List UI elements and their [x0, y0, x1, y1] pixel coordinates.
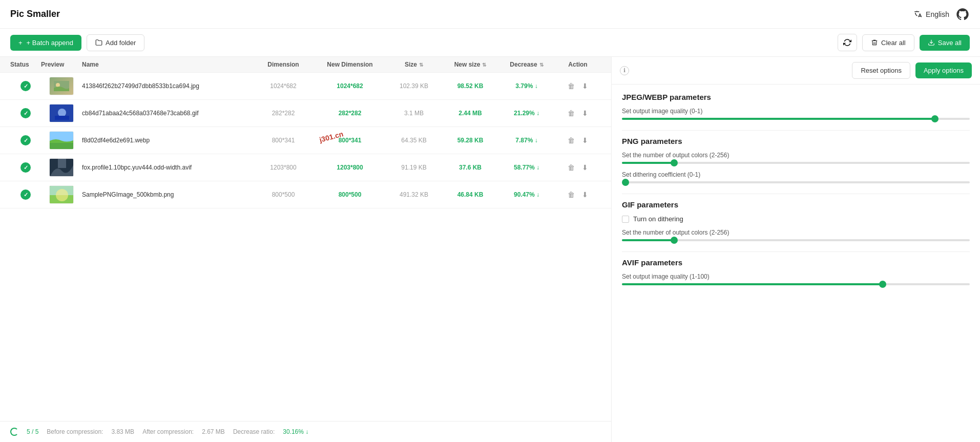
row-new-size: 46.84 KB	[442, 191, 498, 198]
row-new-size: 59.28 KB	[442, 137, 498, 144]
row-dimension: 1024*682	[253, 82, 314, 90]
png-colors-thumb[interactable]	[671, 159, 678, 166]
row-name: 413846f262b27499d7dbb8533b1ca694.jpg	[82, 82, 253, 90]
col-header-decrease[interactable]: Decrease ⇅	[498, 61, 555, 68]
row-size: 491.32 KB	[386, 191, 442, 198]
row-decrease: 90.47% ↓	[498, 191, 555, 198]
apply-options-button[interactable]: Apply options	[915, 62, 972, 78]
row-dimension: 800*341	[253, 137, 314, 144]
reset-options-button[interactable]: Reset options	[852, 62, 910, 79]
watermark-text: j301.cn	[319, 130, 344, 144]
col-header-new-dimension: New Dimension	[314, 61, 386, 68]
row-action: 🗑 ⬇	[555, 108, 601, 118]
row-name: SamplePNGImage_500kbmb.png	[82, 191, 253, 198]
row-size: 102.39 KB	[386, 82, 442, 90]
png-dither-thumb[interactable]	[622, 179, 629, 186]
delete-button[interactable]: 🗑	[567, 81, 576, 91]
row-status	[10, 81, 41, 91]
row-decrease: 58.77% ↓	[498, 164, 555, 171]
table-row: 413846f262b27499d7dbb8533b1ca694.jpg 102…	[0, 73, 611, 100]
download-icon	[928, 39, 935, 46]
header: Pic Smaller English	[0, 0, 980, 29]
gif-colors-thumb[interactable]	[671, 237, 678, 244]
row-new-dimension: 1203*800	[314, 164, 386, 171]
table-header: Status Preview Name Dimension New Dimens…	[0, 57, 611, 73]
info-icon[interactable]: ℹ	[620, 66, 629, 75]
refresh-button[interactable]	[838, 34, 857, 51]
batch-append-button[interactable]: + + Batch append	[10, 35, 81, 51]
col-header-preview: Preview	[41, 61, 82, 68]
avif-title: AVIF parameters	[622, 258, 970, 267]
divider-3	[622, 251, 970, 252]
avif-quality-slider[interactable]	[622, 283, 970, 285]
row-size: 64.35 KB	[386, 137, 442, 144]
app-title: Pic Smaller	[10, 9, 60, 19]
row-action: 🗑 ⬇	[555, 135, 601, 145]
download-button[interactable]: ⬇	[581, 190, 589, 200]
jpeg-quality-slider[interactable]	[622, 118, 970, 120]
row-status	[10, 162, 41, 173]
delete-button[interactable]: 🗑	[567, 190, 576, 200]
gif-colors-row: Set the number of output colors (2-256)	[622, 229, 970, 241]
row-name: fox.profile1.10bpc.yuv444.odd-width.avif	[82, 164, 253, 171]
avif-section: AVIF parameters Set output image quality…	[622, 258, 970, 285]
gif-colors-label: Set the number of output colors (2-256)	[622, 229, 970, 236]
png-colors-row: Set the number of output colors (2-256)	[622, 152, 970, 164]
row-new-size: 2.44 MB	[442, 110, 498, 117]
language-label: English	[926, 10, 949, 18]
jpeg-quality-thumb[interactable]	[931, 115, 939, 122]
download-button[interactable]: ⬇	[581, 162, 589, 173]
row-dimension: 800*500	[253, 191, 314, 198]
folder-icon	[95, 39, 102, 46]
new-size-sort-icon: ⇅	[482, 62, 486, 68]
panel-content: JPEG/WEBP parameters Set output image qu…	[612, 85, 980, 442]
gif-dither-checkbox[interactable]	[622, 216, 629, 223]
github-icon[interactable]	[955, 7, 970, 22]
download-button[interactable]: ⬇	[581, 108, 589, 118]
language-button[interactable]: English	[913, 10, 949, 19]
png-colors-slider[interactable]	[622, 162, 970, 164]
col-header-new-size[interactable]: New size ⇅	[442, 61, 498, 68]
gif-section: GIF parameters Turn on dithering Set the…	[622, 200, 970, 241]
save-all-button[interactable]: Save all	[920, 35, 970, 51]
jpeg-quality-fill	[622, 118, 935, 120]
col-header-size[interactable]: Size ⇅	[386, 61, 442, 68]
table-body: 413846f262b27499d7dbb8533b1ca694.jpg 102…	[0, 73, 611, 421]
check-icon	[20, 81, 31, 91]
row-preview	[41, 104, 82, 122]
plus-icon: +	[18, 39, 23, 47]
avif-quality-thumb[interactable]	[879, 281, 886, 288]
footer: 5 / 5 Before compression: 3.83 MB After …	[0, 421, 611, 442]
row-dimension: 282*282	[253, 110, 314, 117]
download-button[interactable]: ⬇	[581, 135, 589, 145]
png-dither-slider[interactable]	[622, 181, 970, 183]
row-preview	[41, 77, 82, 95]
delete-button[interactable]: 🗑	[567, 108, 576, 118]
footer-spinner	[10, 428, 18, 436]
svg-rect-9	[58, 159, 66, 168]
row-new-dimension: 1024*682	[314, 82, 386, 90]
delete-button[interactable]: 🗑	[567, 135, 576, 145]
gif-title: GIF parameters	[622, 200, 970, 209]
svg-point-2	[56, 83, 60, 87]
png-dither-label: Set dithering coefficient (0-1)	[622, 171, 970, 178]
refresh-icon	[843, 38, 851, 47]
before-label: Before compression:	[47, 428, 103, 435]
download-button[interactable]: ⬇	[581, 81, 589, 91]
header-right: English	[913, 7, 970, 22]
add-folder-button[interactable]: Add folder	[87, 34, 144, 51]
batch-append-label: + Batch append	[27, 39, 73, 47]
gif-dither-label: Turn on dithering	[633, 215, 683, 223]
jpeg-quality-label: Set output image quality (0-1)	[622, 108, 970, 115]
gif-colors-slider[interactable]	[622, 239, 970, 241]
check-icon	[20, 190, 31, 200]
avif-quality-row: Set output image quality (1-100)	[622, 273, 970, 285]
col-header-dimension: Dimension	[253, 61, 314, 68]
check-icon	[20, 135, 31, 145]
clear-all-button[interactable]: Clear all	[862, 34, 914, 51]
file-list-area: Status Preview Name Dimension New Dimens…	[0, 57, 611, 442]
delete-button[interactable]: 🗑	[567, 162, 576, 173]
table-row: f8d02df4e6d2e691.webp 800*341 800*341 j3…	[0, 127, 611, 154]
table-row: fox.profile1.10bpc.yuv444.odd-width.avif…	[0, 154, 611, 181]
png-colors-fill	[622, 162, 674, 164]
